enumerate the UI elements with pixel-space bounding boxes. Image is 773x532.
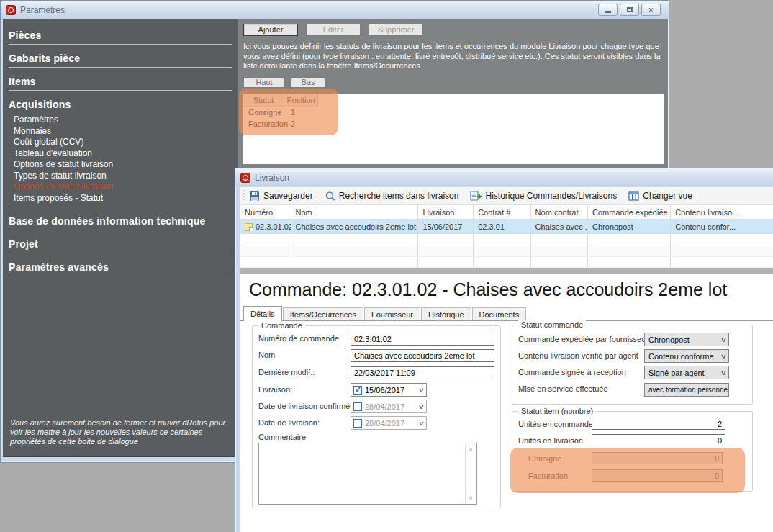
column-header-contenu-livraison[interactable]: Contenu livraiso... xyxy=(671,205,773,219)
horizontal-scrollbar[interactable] xyxy=(240,268,773,274)
date-livraison-checkbox[interactable] xyxy=(353,419,362,428)
scroll-up-icon[interactable]: ∧ xyxy=(469,446,474,453)
livraison-date-value: 15/06/2017 xyxy=(365,386,404,395)
sidebar-item-monnaies[interactable]: Monnaies xyxy=(14,126,232,137)
commande-expediee-label: Commande expédiée par fournisseur xyxy=(518,335,648,343)
close-button[interactable]: ✕ xyxy=(641,4,661,16)
editer-button[interactable]: Editer xyxy=(306,24,361,36)
tab-items-occurrences[interactable]: Items/Occurrences xyxy=(283,307,363,320)
action-button-row: Ajouter Editer Supprimer xyxy=(243,24,664,36)
unites-commande-field[interactable] xyxy=(592,418,725,430)
sidebar-item-options-statut-livraison-selected[interactable]: Options de statut livraison xyxy=(14,181,232,193)
sidebar-section-items[interactable]: Items xyxy=(9,76,232,91)
sidebar-section-acquisitions[interactable]: Acquisitions xyxy=(9,99,232,113)
contenu-verifie-label: Contenu livraison vérifié par agent xyxy=(518,351,638,360)
orders-table-header: Numéro Nom Livraison Contrat # Nom contr… xyxy=(240,205,773,220)
bas-button[interactable]: Bas xyxy=(290,77,326,88)
textarea-scrollbar[interactable]: ∧∨ xyxy=(465,444,476,503)
change-view-icon xyxy=(628,191,639,202)
column-header-commande-expediee[interactable]: Commande expédiée pa... xyxy=(588,205,671,219)
haut-button[interactable]: Haut xyxy=(243,77,285,88)
facturation-label: Facturation xyxy=(528,472,568,480)
historique-commandes-button[interactable]: Historique Commandes/Livraisons xyxy=(470,191,617,202)
date-livraison-confirmee-picker[interactable]: 28/04/2017 ∨ xyxy=(351,400,427,413)
column-header-numero[interactable]: Numéro xyxy=(240,205,291,219)
numero-commande-field[interactable] xyxy=(351,333,494,346)
table-row-consigne[interactable]: Consigne 1 xyxy=(243,107,664,118)
livraison-date-picker[interactable]: 15/06/2017 ∨ xyxy=(351,383,427,397)
toolbar-grip[interactable] xyxy=(243,189,245,202)
sidebar-item-cout-global[interactable]: Coût global (CCV) xyxy=(14,137,232,148)
commentaire-textarea[interactable]: ∧∨ xyxy=(258,443,477,505)
mise-en-service-value: avec formation personne xyxy=(648,386,728,394)
sidebar-section-pieces[interactable]: Pièces xyxy=(9,30,232,45)
column-header-nom[interactable]: Nom xyxy=(291,205,419,219)
commande-signee-label: Commande signée à reception xyxy=(518,368,626,377)
ajouter-button[interactable]: Ajouter xyxy=(243,24,298,36)
recherche-items-label: Recherche items dans livraison xyxy=(339,191,459,201)
statut-table-header: Statut Position xyxy=(243,94,664,107)
orders-table-selected-row[interactable]: 02.3.01.02 Chaises avec accoudoirs 2eme … xyxy=(240,220,773,234)
settings-sidebar: Pièces Gabarits pièce Items Acquisitions… xyxy=(3,19,238,456)
minimize-button[interactable] xyxy=(598,4,618,16)
statut-position-table[interactable]: Statut Position Consigne 1 Facturation 2 xyxy=(243,94,664,164)
sidebar-section-parametres-avances[interactable]: Paramètres avancés xyxy=(9,261,232,276)
commentaire-label: Commentaire xyxy=(258,433,306,441)
sidebar-item-options-statut-livraison[interactable]: Options de statut livraison xyxy=(14,159,232,171)
cell-contrat: 02.3.01 xyxy=(474,220,530,234)
commande-expediee-select[interactable]: Chronopost ∨ xyxy=(644,333,729,346)
date-livraison-picker[interactable]: 28/04/2017 ∨ xyxy=(351,416,427,430)
commande-signee-value: Signé par agent xyxy=(648,369,705,377)
contenu-verifie-select[interactable]: Contenu conforme ∨ xyxy=(644,349,729,363)
window-controls: ✕ xyxy=(598,4,661,16)
sidebar-item-parametres[interactable]: Paramètres xyxy=(14,114,232,126)
cell-position: 2 xyxy=(284,118,318,130)
nom-field[interactable] xyxy=(351,349,494,362)
acquisitions-subitems: Paramètres Monnaies Coût global (CCV) Ta… xyxy=(9,113,232,207)
column-header-nom-contrat[interactable]: Nom contrat xyxy=(531,205,588,219)
livraison-titlebar[interactable]: Livraison xyxy=(235,168,773,186)
livraison-date-label: Livraison: xyxy=(258,385,292,394)
sidebar-section-gabarits-piece[interactable]: Gabarits pièce xyxy=(9,53,232,68)
mise-en-service-label: Mise en service effectuée xyxy=(518,384,608,393)
tab-details[interactable]: Détails xyxy=(243,306,282,321)
tab-historique[interactable]: Historique xyxy=(421,307,471,320)
column-header-contrat[interactable]: Contrat # xyxy=(474,205,530,219)
cell-commande-expediee: Chronopost xyxy=(588,220,671,234)
parametres-titlebar[interactable]: Paramètres ✕ xyxy=(1,1,669,19)
restore-button[interactable] xyxy=(620,4,639,16)
tab-documents[interactable]: Documents xyxy=(472,307,527,320)
mise-en-service-select[interactable]: avec formation personne ∨ xyxy=(644,383,729,397)
date-livraison-label: Date de livraison: xyxy=(258,418,320,427)
orders-table-empty-row xyxy=(240,234,773,245)
tab-fournisseur[interactable]: Fournisseur xyxy=(364,307,420,320)
derniere-modif-field[interactable] xyxy=(351,366,494,379)
cell-nom: Chaises avec accoudoirs 2eme lot xyxy=(291,220,419,234)
orders-table-empty-row xyxy=(240,245,773,257)
numero-commande-label: Numéro de commande xyxy=(258,334,339,343)
statut-item-groupbox: Statut item (nombre) Unités en commande … xyxy=(512,411,753,492)
scroll-down-icon[interactable]: ∨ xyxy=(469,495,474,502)
historique-commandes-label: Historique Commandes/Livraisons xyxy=(485,191,617,201)
cell-statut: Consigne xyxy=(243,107,284,118)
table-row-facturation[interactable]: Facturation 2 xyxy=(243,118,664,130)
column-header-position[interactable]: Position xyxy=(284,94,318,107)
sidebar-item-types-statut-livraison[interactable]: Types de statut livraison xyxy=(14,171,232,182)
sidebar-section-projet[interactable]: Projet xyxy=(9,238,232,253)
column-header-livraison[interactable]: Livraison xyxy=(418,205,474,219)
sauvegarder-button[interactable]: Sauvegarder xyxy=(249,191,313,202)
supprimer-button[interactable]: Supprimer xyxy=(369,24,423,36)
commande-signee-select[interactable]: Signé par agent ∨ xyxy=(644,366,729,379)
livraison-date-checkbox[interactable] xyxy=(353,386,362,395)
consigne-label: Consigne xyxy=(528,454,561,463)
column-header-statut[interactable]: Statut xyxy=(243,94,284,107)
sidebar-section-base-donnees[interactable]: Base de données information technique xyxy=(9,215,232,230)
recherche-items-button[interactable]: Recherche items dans livraison xyxy=(325,191,459,202)
chevron-down-icon: ∨ xyxy=(418,403,425,410)
unites-livraison-field[interactable] xyxy=(592,434,725,446)
sidebar-item-tableau-evaluation[interactable]: Tableau d'évaluation xyxy=(14,148,232,160)
sidebar-item-items-proposes-statut[interactable]: Items proposés - Statut xyxy=(14,193,232,204)
drofus-app-icon xyxy=(240,173,250,183)
changer-vue-button[interactable]: Changer vue xyxy=(628,191,692,202)
date-livraison-confirmee-checkbox[interactable] xyxy=(353,402,362,411)
